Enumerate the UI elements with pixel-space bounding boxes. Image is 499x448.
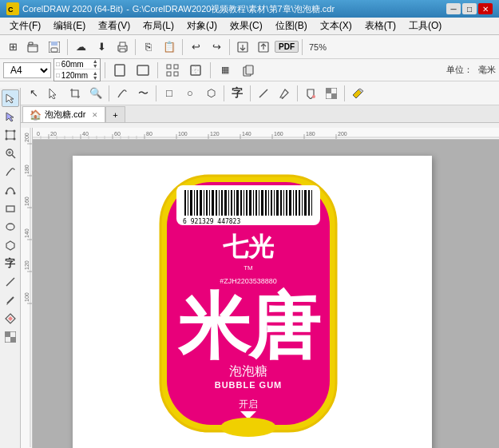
- open-button[interactable]: [24, 38, 43, 57]
- menu-tools[interactable]: 工具(O): [402, 18, 448, 34]
- line-tool-side[interactable]: [2, 273, 19, 291]
- export-button[interactable]: [254, 38, 273, 57]
- text-tool-side[interactable]: 字: [2, 255, 19, 272]
- svg-rect-9: [120, 49, 125, 52]
- polygon-tool-bar[interactable]: ⬡: [201, 84, 220, 103]
- svg-line-142: [6, 278, 14, 286]
- svg-rect-88: [221, 190, 223, 216]
- width-down-arrow[interactable]: ▼: [93, 64, 98, 69]
- text-tool-bar[interactable]: 字: [228, 84, 247, 103]
- copy-button[interactable]: ⎘: [139, 38, 158, 57]
- bezier-tool-side[interactable]: [2, 181, 19, 199]
- menu-text[interactable]: 文本(X): [314, 18, 358, 34]
- crop-tool[interactable]: [65, 84, 85, 103]
- new-tab-button[interactable]: +: [105, 106, 125, 122]
- svg-rect-82: [204, 190, 204, 216]
- svg-text:100: 100: [178, 131, 188, 137]
- svg-rect-17: [174, 72, 178, 76]
- paste-button[interactable]: 📋: [160, 38, 179, 57]
- zoom-tool-bar[interactable]: 🔍: [86, 84, 105, 103]
- svg-text:#ZJH2203538880: #ZJH2203538880: [220, 277, 277, 285]
- calligraphy-tool[interactable]: [2, 291, 19, 309]
- save-button[interactable]: [45, 38, 64, 57]
- tab-bar: 🏠 泡泡糖.cdr ✕ +: [0, 105, 499, 123]
- bleed-button[interactable]: ▦: [215, 61, 236, 79]
- menu-view[interactable]: 查看(V): [92, 18, 137, 34]
- svg-rect-76: [184, 190, 186, 216]
- landscape-button[interactable]: [133, 61, 153, 79]
- portrait-button[interactable]: [109, 61, 130, 79]
- print-button[interactable]: [113, 38, 132, 57]
- menu-effects[interactable]: 效果(C): [224, 18, 269, 34]
- subselect-tool[interactable]: [45, 84, 64, 103]
- import-button[interactable]: [233, 38, 252, 57]
- maximize-button[interactable]: □: [462, 3, 477, 14]
- svg-text:100: 100: [24, 292, 30, 302]
- cloud-download-button[interactable]: ⬇: [92, 38, 111, 57]
- svg-rect-80: [196, 190, 198, 216]
- height-lock-icon: □: [56, 72, 60, 79]
- svg-rect-86: [216, 190, 217, 216]
- height-input[interactable]: [61, 71, 92, 80]
- property-bar: A4 A3 Letter □ ▲ ▼ □ ▲ ▼: [0, 59, 499, 81]
- svg-text:6 921329 447823: 6 921329 447823: [183, 218, 240, 225]
- menu-table[interactable]: 表格(T): [358, 18, 402, 34]
- pattern-tool-side[interactable]: [2, 328, 19, 346]
- svg-text:120: 120: [24, 260, 30, 270]
- svg-rect-84: [209, 190, 210, 216]
- svg-rect-101: [261, 190, 263, 216]
- svg-rect-94: [240, 190, 242, 216]
- width-input[interactable]: [61, 60, 92, 69]
- svg-rect-13: [137, 65, 149, 75]
- rect-tool[interactable]: □: [160, 84, 179, 103]
- transform-tool[interactable]: [2, 126, 19, 144]
- svg-rect-114: [302, 190, 303, 216]
- svg-text:20: 20: [50, 131, 57, 137]
- subselect-tool-side[interactable]: [2, 108, 19, 125]
- pointer-tool[interactable]: [2, 89, 19, 107]
- new-button[interactable]: ⊞: [3, 38, 22, 57]
- freehand-tool[interactable]: [113, 84, 132, 103]
- title-separator: -: [126, 4, 129, 14]
- zoom-tool-side[interactable]: [2, 145, 19, 162]
- rectangle-tool-side[interactable]: [2, 200, 19, 217]
- fill-tool-side[interactable]: [2, 310, 19, 327]
- zoom-input[interactable]: 75%: [306, 38, 330, 57]
- menu-layout[interactable]: 布局(L): [137, 18, 180, 34]
- svg-rect-110: [289, 190, 291, 216]
- redo-button[interactable]: ↪: [207, 38, 226, 57]
- menu-object[interactable]: 对象(J): [180, 18, 224, 34]
- main-toolbar: ⊞ ☁ ⬇ ⎘ 📋 ↩ ↪: [0, 35, 499, 59]
- color-picker-tool[interactable]: [348, 84, 367, 103]
- page-border-button[interactable]: [185, 61, 206, 79]
- menu-bitmap[interactable]: 位图(B): [269, 18, 314, 34]
- toolbar-sep3: [182, 39, 183, 55]
- ellipse-tool-side[interactable]: [2, 218, 19, 236]
- undo-button[interactable]: ↩: [186, 38, 205, 57]
- fill-tool-bar[interactable]: [301, 84, 320, 103]
- close-button[interactable]: ✕: [478, 3, 493, 14]
- bezier-tool[interactable]: 〜: [133, 84, 152, 103]
- svg-text:200: 200: [338, 131, 347, 137]
- minimize-button[interactable]: ─: [446, 3, 461, 14]
- cloud-upload-button[interactable]: ☁: [71, 38, 90, 57]
- nib-tool[interactable]: [275, 84, 294, 103]
- height-down-arrow[interactable]: ▼: [93, 76, 98, 81]
- svg-text:米唐: 米唐: [177, 287, 321, 367]
- tab-close-icon[interactable]: ✕: [92, 111, 98, 119]
- menu-file[interactable]: 文件(F): [3, 18, 47, 34]
- tab-active[interactable]: 🏠 泡泡糖.cdr ✕: [22, 106, 105, 122]
- polygon-tool-side[interactable]: [2, 236, 19, 254]
- line-tool-bar[interactable]: [254, 84, 273, 103]
- ellipse-tool-bar[interactable]: ○: [180, 84, 200, 103]
- menu-edit[interactable]: 编辑(E): [47, 18, 92, 34]
- page-size-select[interactable]: A4 A3 Letter: [3, 62, 51, 78]
- grid-snap-button[interactable]: [162, 61, 183, 79]
- freehand-tool-side[interactable]: [2, 163, 19, 180]
- svg-rect-5: [51, 42, 57, 46]
- select-tool[interactable]: ↖: [24, 84, 43, 103]
- pattern-tool-bar[interactable]: [322, 84, 341, 103]
- pdf-button[interactable]: PDF: [275, 41, 299, 53]
- page-manager-button[interactable]: [238, 61, 259, 79]
- canvas-area[interactable]: 0 20 40 60 80 100 120 140 160 180 200: [21, 128, 499, 448]
